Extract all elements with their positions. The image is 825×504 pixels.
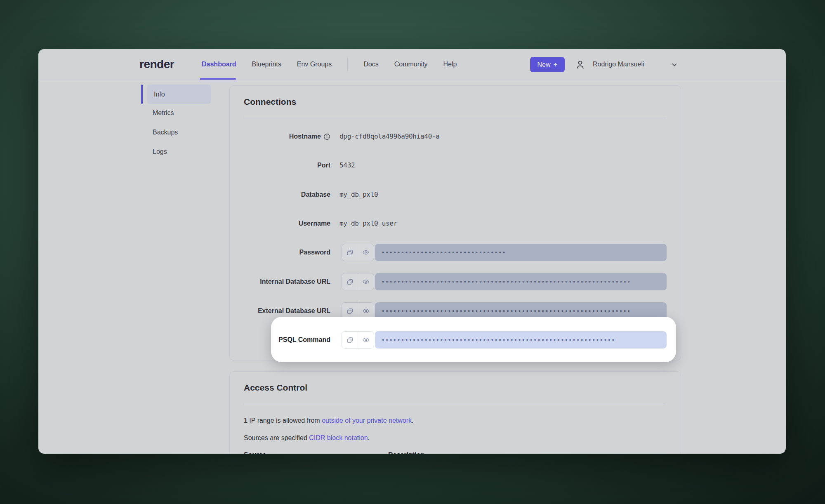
source-column-header: Source	[244, 451, 266, 454]
copy-icon[interactable]	[342, 273, 358, 290]
username-value: my_db_pxl0_user	[339, 215, 397, 232]
database-value: my_db_pxl0	[339, 186, 378, 203]
psql-command-row: PSQL Command •••••••••••••••••••••••••••…	[230, 331, 681, 349]
port-label: Port	[230, 157, 330, 174]
eye-icon[interactable]	[358, 273, 374, 290]
access-control-title: Access Control	[244, 383, 307, 393]
private-network-link[interactable]: outside of your private network	[322, 417, 412, 424]
sidebar-active-bar	[141, 85, 143, 104]
sidebar-item-metrics[interactable]: Metrics	[153, 109, 174, 117]
sidebar-item-label: Info	[154, 91, 165, 98]
render-logo[interactable]: render	[139, 58, 174, 71]
sources-text-body: Sources are specified	[244, 434, 309, 441]
active-tab-indicator	[200, 78, 236, 80]
hostname-label: Hostname	[230, 128, 330, 145]
database-label: Database	[230, 186, 330, 203]
psql-command-label: PSQL Command	[230, 331, 330, 349]
divider	[244, 404, 666, 404]
password-masked-field[interactable]: ••••••••••••••••••••••••••••••••	[375, 244, 667, 261]
nav-link-community[interactable]: Community	[394, 61, 428, 68]
username-row: Username my_db_pxl0_user	[230, 215, 681, 232]
nav-link-docs[interactable]: Docs	[363, 61, 378, 68]
divider	[244, 118, 666, 118]
new-button-label: New	[537, 61, 551, 68]
top-navbar: render Dashboard Blueprints Env Groups D…	[38, 49, 786, 80]
eye-icon[interactable]	[358, 244, 374, 261]
hostname-value: dpg-cfd8qola4996a90hia40-a	[339, 128, 440, 145]
ip-range-text-body: IP range is allowed from	[248, 417, 322, 424]
internal-database-url-masked-field[interactable]: ••••••••••••••••••••••••••••••••••••••••…	[375, 273, 667, 290]
copy-icon[interactable]	[342, 332, 358, 348]
copy-icon[interactable]	[342, 244, 358, 261]
sources-text: Sources are specified CIDR block notatio…	[244, 434, 370, 442]
primary-nav: Dashboard Blueprints Env Groups Docs Com…	[202, 49, 457, 80]
internal-url-actions	[342, 273, 374, 290]
sidebar-item-backups[interactable]: Backups	[153, 129, 178, 136]
sidebar-item-logs[interactable]: Logs	[153, 148, 167, 155]
connections-title: Connections	[244, 97, 296, 107]
ip-count: 1	[244, 417, 248, 424]
nav-link-help[interactable]: Help	[443, 61, 457, 68]
psql-actions	[342, 331, 374, 349]
port-value: 5432	[339, 157, 355, 174]
period: .	[368, 434, 370, 441]
sidebar-item-info[interactable]: Info	[147, 85, 211, 104]
label-text: Hostname	[289, 133, 321, 140]
app-window: render Dashboard Blueprints Env Groups D…	[38, 49, 786, 454]
nav-tab-blueprints[interactable]: Blueprints	[252, 61, 281, 68]
nav-tab-env-groups[interactable]: Env Groups	[297, 61, 332, 68]
cidr-notation-link[interactable]: CIDR block notation	[309, 434, 368, 441]
hostname-row: Hostname dpg-cfd8qola4996a90hia40-a	[230, 128, 681, 145]
info-icon[interactable]	[323, 133, 330, 140]
plus-icon: +	[554, 61, 558, 68]
port-row: Port 5432	[230, 157, 681, 174]
new-button[interactable]: New +	[530, 57, 565, 72]
description-column-header: Description	[388, 451, 424, 454]
psql-command-masked-field[interactable]: ••••••••••••••••••••••••••••••••••••••••…	[375, 331, 667, 349]
user-icon[interactable]	[575, 59, 586, 72]
user-name[interactable]: Rodrigo Mansueli	[593, 61, 644, 68]
nav-tab-dashboard[interactable]: Dashboard	[202, 61, 236, 68]
eye-icon[interactable]	[358, 332, 374, 348]
password-label: Password	[230, 244, 330, 261]
password-row: Password •••••••••••••••••••••••••••••••…	[230, 244, 681, 261]
username-label: Username	[230, 215, 330, 232]
password-actions	[342, 244, 374, 261]
database-row: Database my_db_pxl0	[230, 186, 681, 203]
internal-database-url-row: Internal Database URL ••••••••••••••••••…	[230, 273, 681, 290]
access-control-card: Access Control 1 IP range is allowed fro…	[229, 371, 681, 454]
ip-range-text: 1 IP range is allowed from outside of yo…	[244, 417, 413, 424]
nav-divider	[347, 58, 348, 71]
period: .	[412, 417, 413, 424]
internal-database-url-label: Internal Database URL	[230, 273, 330, 290]
chevron-down-icon[interactable]	[671, 61, 678, 70]
